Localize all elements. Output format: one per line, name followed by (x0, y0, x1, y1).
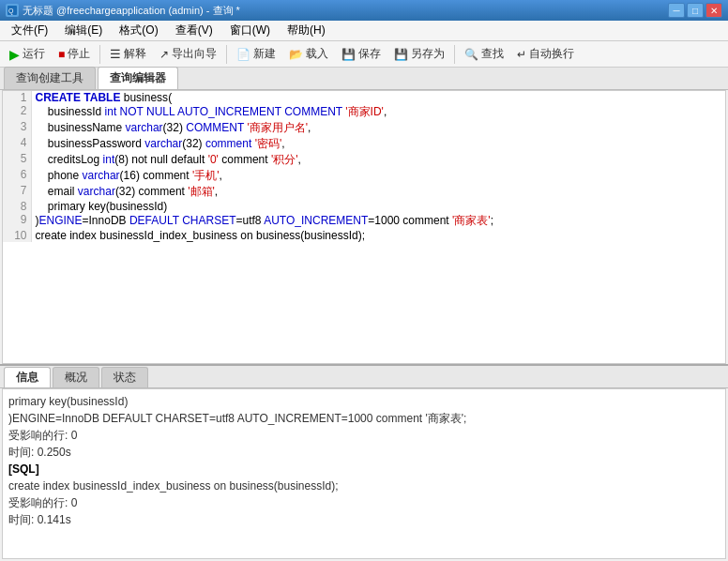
list-item: 受影响的行: 0 (8, 494, 720, 511)
tab-status[interactable]: 状态 (101, 367, 148, 387)
list-item: )ENGINE=InnoDB DEFAULT CHARSET=utf8 AUTO… (8, 410, 720, 427)
table-row: 6 phone varchar(16) comment '手机', (3, 168, 725, 184)
bottom-panel: 信息 概况 状态 primary key(businessId))ENGINE=… (0, 364, 728, 561)
minimize-button[interactable]: ─ (668, 3, 685, 18)
table-row: 2 businessId int NOT NULL AUTO_INCREMENT… (3, 104, 725, 120)
new-icon: 📄 (236, 48, 250, 61)
line-content: )ENGINE=InnoDB DEFAULT CHARSET=utf8 AUTO… (31, 213, 725, 229)
menu-format[interactable]: 格式(O) (112, 21, 165, 40)
line-number: 4 (3, 136, 31, 152)
menu-file[interactable]: 文件(F) (4, 21, 55, 40)
menu-edit[interactable]: 编辑(E) (57, 21, 110, 40)
bottom-content-area: primary key(businessId))ENGINE=InnoDB DE… (2, 388, 726, 559)
table-row: 10create index businessId_index_business… (3, 229, 725, 242)
table-row: 8 primary key(businessId) (3, 200, 725, 213)
tab-query-editor[interactable]: 查询编辑器 (98, 67, 178, 89)
table-row: 1CREATE TABLE business( (3, 91, 725, 104)
sep3 (454, 45, 455, 64)
line-number: 8 (3, 200, 31, 213)
wordwrap-button[interactable]: ↵ 自动换行 (511, 44, 580, 65)
menu-help[interactable]: 帮助(H) (280, 21, 333, 40)
explain-icon: ☰ (110, 47, 121, 61)
tab-query-builder[interactable]: 查询创建工具 (4, 67, 96, 89)
load-icon: 📂 (289, 48, 303, 61)
stop-button[interactable]: ■ 停止 (53, 44, 96, 65)
menu-bar: 文件(F) 编辑(E) 格式(O) 查看(V) 窗口(W) 帮助(H) (0, 21, 728, 41)
sep1 (99, 45, 100, 64)
run-icon: ▶ (9, 47, 20, 62)
editor-panel: 查询创建工具 查询编辑器 1CREATE TABLE business(2 bu… (0, 68, 728, 364)
stop-icon: ■ (58, 48, 65, 61)
export-icon: ↗ (159, 48, 169, 61)
toolbar: ▶ 运行 ■ 停止 ☰ 解释 ↗ 导出向导 📄 新建 📂 载入 💾 保存 💾 另… (0, 41, 728, 68)
wordwrap-icon: ↵ (517, 48, 526, 61)
maximize-button[interactable]: □ (687, 3, 704, 18)
line-content: phone varchar(16) comment '手机', (31, 168, 725, 184)
line-content: businessId int NOT NULL AUTO_INCREMENT C… (31, 104, 725, 120)
app-icon: Q (6, 4, 19, 17)
line-number: 6 (3, 168, 31, 184)
list-item: 时间: 0.250s (8, 444, 720, 461)
list-item: 受影响的行: 0 (8, 427, 720, 444)
line-content: primary key(businessId) (31, 200, 725, 213)
table-row: 7 email varchar(32) comment '邮箱', (3, 184, 725, 200)
list-item: create index businessId_index_business o… (8, 478, 720, 494)
new-button[interactable]: 📄 新建 (231, 44, 281, 65)
find-button[interactable]: 🔍 查找 (459, 44, 509, 65)
list-item: [SQL] (8, 461, 720, 478)
list-item: primary key(businessId) (8, 393, 720, 410)
line-content: email varchar(32) comment '邮箱', (31, 184, 725, 200)
line-number: 10 (3, 229, 31, 242)
find-icon: 🔍 (464, 48, 478, 61)
line-number: 1 (3, 91, 31, 104)
line-content: businessName varchar(32) COMMENT '商家用户名'… (31, 120, 725, 136)
table-row: 9)ENGINE=InnoDB DEFAULT CHARSET=utf8 AUT… (3, 213, 725, 229)
bottom-tab-bar: 信息 概况 状态 (0, 366, 728, 388)
line-content: CREATE TABLE business( (31, 91, 725, 104)
close-button[interactable]: ✕ (705, 3, 722, 18)
main-container: 查询创建工具 查询编辑器 1CREATE TABLE business(2 bu… (0, 68, 728, 561)
line-content: create index businessId_index_business o… (31, 229, 725, 242)
code-table: 1CREATE TABLE business(2 businessId int … (3, 91, 725, 242)
tab-info[interactable]: 信息 (4, 367, 51, 387)
sep2 (226, 45, 227, 64)
line-number: 2 (3, 104, 31, 120)
window-title: 无标题 @freechargeapplication (admin) - 查询 … (23, 4, 240, 18)
load-button[interactable]: 📂 载入 (283, 44, 334, 65)
menu-window[interactable]: 窗口(W) (222, 21, 278, 40)
table-row: 5 creditsLog int(8) not null default '0'… (3, 152, 725, 168)
run-button[interactable]: ▶ 运行 (4, 44, 51, 65)
line-number: 3 (3, 120, 31, 136)
code-editor[interactable]: 1CREATE TABLE business(2 businessId int … (2, 90, 726, 364)
save-icon: 💾 (341, 48, 356, 61)
line-content: businessPassword varchar(32) comment '密码… (31, 136, 725, 152)
title-bar: Q 无标题 @freechargeapplication (admin) - 查… (0, 0, 728, 21)
save-button[interactable]: 💾 保存 (336, 44, 387, 65)
line-number: 5 (3, 152, 31, 168)
menu-view[interactable]: 查看(V) (168, 21, 220, 40)
saveas-icon: 💾 (394, 48, 408, 61)
line-number: 9 (3, 213, 31, 229)
svg-text:Q: Q (8, 8, 14, 15)
explain-button[interactable]: ☰ 解释 (104, 44, 152, 65)
line-number: 7 (3, 184, 31, 200)
saveas-button[interactable]: 💾 另存为 (388, 44, 450, 65)
editor-tab-bar: 查询创建工具 查询编辑器 (0, 68, 728, 90)
tab-overview[interactable]: 概况 (53, 367, 99, 387)
export-button[interactable]: ↗ 导出向导 (154, 44, 222, 65)
line-content: creditsLog int(8) not null default '0' c… (31, 152, 725, 168)
table-row: 3 businessName varchar(32) COMMENT '商家用户… (3, 120, 725, 136)
table-row: 4 businessPassword varchar(32) comment '… (3, 136, 725, 152)
list-item: 时间: 0.141s (8, 511, 720, 528)
